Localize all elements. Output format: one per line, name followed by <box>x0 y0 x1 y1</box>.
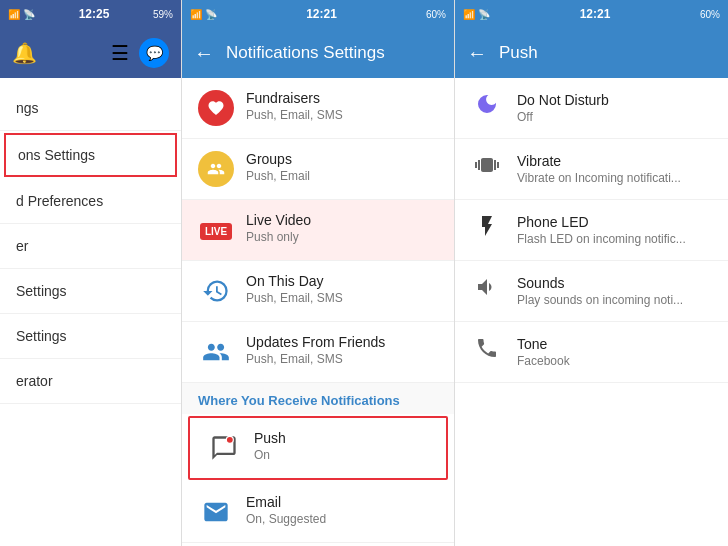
sounds-title: Sounds <box>517 275 712 291</box>
on-this-day-title: On This Day <box>246 273 438 289</box>
notifications-settings-title: Notifications Settings <box>226 43 442 63</box>
wifi-icon: 📡 <box>23 9 35 20</box>
time-2: 12:21 <box>306 7 337 21</box>
battery-2: 60% <box>426 9 446 20</box>
battery-3: 60% <box>700 9 720 20</box>
updates-friends-title: Updates From Friends <box>246 334 438 350</box>
sounds-icon <box>471 275 503 299</box>
updates-friends-sub: Push, Email, SMS <box>246 352 438 366</box>
do-not-disturb-text: Do Not Disturb Off <box>517 92 712 124</box>
do-not-disturb-title: Do Not Disturb <box>517 92 712 108</box>
live-video-sub: Push only <box>246 230 438 244</box>
groups-icon <box>198 151 234 187</box>
signal-icon-2: 📶 <box>190 9 202 20</box>
sounds-sub: Play sounds on incoming noti... <box>517 293 712 307</box>
header-1: 🔔 ☰ 💬 <box>0 28 181 78</box>
notif-item-fundraisers[interactable]: Fundraisers Push, Email, SMS <box>182 78 454 139</box>
email-title: Email <box>246 494 438 510</box>
on-this-day-icon <box>198 273 234 309</box>
notif-item-on-this-day[interactable]: On This Day Push, Email, SMS <box>182 261 454 322</box>
on-this-day-text: On This Day Push, Email, SMS <box>246 273 438 305</box>
notif-item-live-video[interactable]: LIVE Live Video Push only <box>182 200 454 261</box>
phone-led-title: Phone LED <box>517 214 712 230</box>
push-settings-list: Do Not Disturb Off Vibrate Vibrate on In… <box>455 78 728 546</box>
vibrate-title: Vibrate <box>517 153 712 169</box>
push-sub: On <box>254 448 430 462</box>
email-icon <box>198 494 234 530</box>
tone-icon <box>471 336 503 360</box>
notif-item-email[interactable]: Email On, Suggested <box>182 482 454 543</box>
live-video-icon: LIVE <box>198 212 234 248</box>
status-bar-1: 📶 📡 12:25 59% <box>0 0 181 28</box>
push-item-vibrate[interactable]: Vibrate Vibrate on Incoming notificati..… <box>455 139 728 200</box>
updates-friends-icon <box>198 334 234 370</box>
push-title: Push <box>254 430 430 446</box>
menu-list: ngs ons Settings d Preferences er Settin… <box>0 78 181 546</box>
on-this-day-sub: Push, Email, SMS <box>246 291 438 305</box>
notif-item-groups[interactable]: Groups Push, Email <box>182 139 454 200</box>
live-video-text: Live Video Push only <box>246 212 438 244</box>
menu-item-feed-preferences[interactable]: d Preferences <box>0 179 181 224</box>
fundraisers-text: Fundraisers Push, Email, SMS <box>246 90 438 122</box>
fundraisers-title: Fundraisers <box>246 90 438 106</box>
svg-rect-0 <box>226 436 233 443</box>
push-text: Push On <box>254 430 430 462</box>
back-button-2[interactable]: ← <box>194 42 214 65</box>
wifi-icon-3: 📡 <box>478 9 490 20</box>
menu-item-settings2[interactable]: Settings <box>0 314 181 359</box>
where-receive-header: Where You Receive Notifications <box>182 383 454 414</box>
groups-sub: Push, Email <box>246 169 438 183</box>
notif-item-updates-friends[interactable]: Updates From Friends Push, Email, SMS <box>182 322 454 383</box>
back-button-3[interactable]: ← <box>467 42 487 65</box>
push-item-tone[interactable]: Tone Facebook <box>455 322 728 383</box>
wifi-icon-2: 📡 <box>205 9 217 20</box>
live-video-title: Live Video <box>246 212 438 228</box>
fundraisers-icon <box>198 90 234 126</box>
tone-text: Tone Facebook <box>517 336 712 368</box>
menu-item-er[interactable]: er <box>0 224 181 269</box>
email-text: Email On, Suggested <box>246 494 438 526</box>
notifications-list: Fundraisers Push, Email, SMS Groups Push… <box>182 78 454 546</box>
panel-facebook-menu: 📶 📡 12:25 59% 🔔 ☰ 💬 ngs ons Settings d P… <box>0 0 182 546</box>
header-2: ← Notifications Settings <box>182 28 454 78</box>
status-icons-left-1: 📶 📡 <box>8 9 35 20</box>
status-bar-3: 📶 📡 12:21 60% <box>455 0 728 28</box>
do-not-disturb-icon <box>471 92 503 116</box>
email-sub: On, Suggested <box>246 512 438 526</box>
status-icons-left-3: 📶 📡 <box>463 9 490 20</box>
battery-1: 59% <box>153 9 173 20</box>
push-item-sounds[interactable]: Sounds Play sounds on incoming noti... <box>455 261 728 322</box>
phone-led-text: Phone LED Flash LED on incoming notific.… <box>517 214 712 246</box>
status-icons-left-2: 📶 📡 <box>190 9 217 20</box>
push-item-phone-led[interactable]: Phone LED Flash LED on incoming notific.… <box>455 200 728 261</box>
header-3: ← Push <box>455 28 728 78</box>
push-item-do-not-disturb[interactable]: Do Not Disturb Off <box>455 78 728 139</box>
status-icons-right-1: 59% <box>153 9 173 20</box>
groups-text: Groups Push, Email <box>246 151 438 183</box>
time-3: 12:21 <box>580 7 611 21</box>
push-icon <box>206 430 242 466</box>
menu-item-settings1[interactable]: Settings <box>0 269 181 314</box>
status-icons-right-2: 60% <box>426 9 446 20</box>
vibrate-sub: Vibrate on Incoming notificati... <box>517 171 712 185</box>
fundraisers-sub: Push, Email, SMS <box>246 108 438 122</box>
push-header-title: Push <box>499 43 716 63</box>
vibrate-text: Vibrate Vibrate on Incoming notificati..… <box>517 153 712 185</box>
updates-friends-text: Updates From Friends Push, Email, SMS <box>246 334 438 366</box>
status-icons-right-3: 60% <box>700 9 720 20</box>
phone-led-sub: Flash LED on incoming notific... <box>517 232 712 246</box>
bell-icon[interactable]: 🔔 <box>12 41 37 65</box>
time-1: 12:25 <box>79 7 110 21</box>
do-not-disturb-sub: Off <box>517 110 712 124</box>
tone-sub: Facebook <box>517 354 712 368</box>
groups-title: Groups <box>246 151 438 167</box>
status-bar-2: 📶 📡 12:21 60% <box>182 0 454 28</box>
menu-icon[interactable]: ☰ <box>111 41 129 65</box>
messenger-icon[interactable]: 💬 <box>139 38 169 68</box>
menu-item-ngs[interactable]: ngs <box>0 86 181 131</box>
menu-item-notifications-settings[interactable]: ons Settings <box>4 133 177 177</box>
menu-item-erator[interactable]: erator <box>0 359 181 404</box>
notif-item-push[interactable]: Push On <box>188 416 448 480</box>
tone-title: Tone <box>517 336 712 352</box>
panel-push: 📶 📡 12:21 60% ← Push Do Not Disturb Off <box>455 0 728 546</box>
